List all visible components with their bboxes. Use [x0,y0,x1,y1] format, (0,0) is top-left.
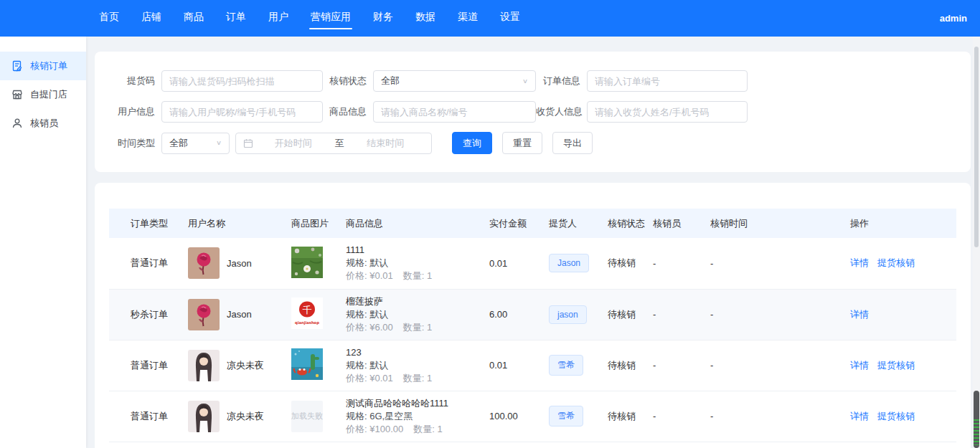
order-info-label: 订单信息 [536,70,587,92]
detail-link[interactable]: 详情 [850,257,869,268]
detail-link[interactable]: 详情 [850,411,869,421]
verify-orders-table-panel: 订单类型用户名称商品图片商品信息实付金额提货人核销状态核销员核销时间操作 普通订… [95,183,971,448]
product-spec: 规格: 默认 [346,359,489,372]
column-header: 商品信息 [346,209,489,238]
detail-link[interactable]: 详情 [850,360,869,371]
sidebar-item-verify-orders[interactable]: 核销订单 [0,52,86,80]
product-title: 榴莲披萨 [346,295,489,308]
nav-item-order[interactable]: 订单 [225,6,248,31]
nav-item-marketing[interactable]: 营销应用 [309,6,352,31]
picker-cell: 雪希 [549,391,608,442]
pickup-verify-link[interactable]: 提货核销 [877,257,915,268]
detail-link[interactable]: 详情 [850,309,869,320]
girl-avatar [188,350,220,381]
page-scrollbar[interactable] [973,37,980,448]
end-time-placeholder[interactable]: 结束时间 [347,137,425,150]
qianjiashop-logo: 千qianjiashop [291,320,323,331]
amount-cell: 0.01 [489,340,549,391]
order-type-cell: 普通订单 [109,238,188,289]
product-title: 测试商品哈哈哈哈哈1111 [346,397,489,410]
amount-cell: 6.00 [489,289,549,340]
amount-cell: 100.00 [489,391,549,442]
column-header: 核销员 [653,209,710,238]
column-header: 实付金额 [489,209,549,238]
picker-tag[interactable]: 雪希 [549,406,583,426]
order-type-cell: 普通订单 [109,340,188,391]
verify-status-select[interactable]: 全部 ∨ [373,70,536,92]
product-info-cell: 榴莲披萨规格: 默认价格: ¥6.00数量: 1 [346,289,489,340]
order-info-input[interactable] [587,70,748,92]
product-image-cell [291,340,346,391]
pickup-verify-link[interactable]: 提货核销 [877,411,915,421]
verifier-cell: - [653,391,710,442]
scrollbar-thumb-upper[interactable] [974,47,979,247]
verify-status-cell: 待核销 [608,238,653,289]
actions-cell: 详情提货核销 [850,238,956,289]
nav-item-data[interactable]: 数据 [414,6,437,31]
sidebar-item-verifiers[interactable]: 核销员 [0,109,86,138]
column-header: 核销时间 [710,209,850,238]
picker-tag[interactable]: jason [549,305,587,324]
product-title: 1111 [346,244,489,257]
product-title: 123 [346,346,489,359]
date-range-picker[interactable]: 开始时间 至 结束时间 [235,133,432,154]
nav-item-product[interactable]: 商品 [182,6,205,31]
picker-cell: Jason [549,238,608,289]
picker-cell: jason [549,289,608,340]
user-name: Jason [227,258,252,269]
nav-item-shop[interactable]: 店铺 [140,6,163,31]
picker-tag[interactable]: 雪希 [549,355,583,376]
export-button[interactable]: 导出 [552,132,593,154]
search-filter-panel: 提货码 核销状态 全部 ∨ 订单信息 用户信息 商品信息 收货人信息 时间类型 … [95,52,971,172]
search-button[interactable]: 查询 [452,132,492,154]
column-header: 提货人 [549,209,608,238]
verify-status-cell: 待核销 [608,289,653,340]
time-type-select[interactable]: 全部 ∨ [161,133,230,154]
product-price-qty: 价格: ¥0.01数量: 1 [346,372,489,385]
user-info-input[interactable] [161,101,323,123]
nav-item-finance[interactable]: 财务 [372,6,395,31]
time-type-label: 时间类型 [108,133,161,154]
product-image-cell: 加载失败 [291,391,346,442]
nav-item-home[interactable]: 首页 [98,6,121,31]
verifier-cell: - [653,289,710,340]
product-info-cell: 123规格: 默认价格: ¥0.01数量: 1 [346,340,489,391]
order-type-cell: 秒杀订单 [109,289,188,340]
receiver-info-input[interactable] [587,101,748,123]
pickup-code-input[interactable] [161,70,323,92]
nav-item-channel[interactable]: 渠道 [456,6,479,31]
nav-item-settings[interactable]: 设置 [499,6,522,31]
pickup-code-label: 提货码 [108,70,161,92]
user-name: Jason [227,309,252,320]
sidebar-item-label: 核销员 [30,117,58,130]
start-time-placeholder[interactable]: 开始时间 [255,137,332,150]
admin-user-menu[interactable]: admin [940,13,967,24]
sidebar-item-label: 核销订单 [30,59,67,72]
scrollbar-thumb-lower[interactable] [974,391,979,448]
verifier-cell: - [653,340,710,391]
column-header: 商品图片 [291,209,346,238]
column-header: 用户名称 [188,209,291,238]
sidebar-item-pickup-stores[interactable]: 自提门店 [0,80,86,109]
product-price-qty: 价格: ¥0.01数量: 1 [346,270,489,282]
reset-button[interactable]: 重置 [502,132,542,154]
sidebar-item-label: 自提门店 [30,88,67,101]
verify-status-cell: 待核销 [608,391,653,442]
product-info-input[interactable] [373,101,536,123]
person-icon [11,118,23,129]
sidebar: 核销订单自提门店核销员 [0,37,86,448]
user-cell: Jason [188,289,291,340]
grass-flowers-photo [291,270,323,280]
picker-tag[interactable]: Jason [549,254,589,272]
table-row: 普通订单Jason1111规格: 默认价格: ¥0.01数量: 10.01Jas… [109,238,956,289]
verify-time-cell: - [710,391,850,442]
picker-cell: 雪希 [549,340,608,391]
verify-time-cell: - [710,238,850,289]
product-image-cell [291,238,346,289]
amount-cell: 0.01 [489,238,549,289]
store-icon [11,89,23,100]
verify-orders-table: 订单类型用户名称商品图片商品信息实付金额提货人核销状态核销员核销时间操作 普通订… [109,209,956,442]
rose-avatar [188,299,220,330]
nav-item-user[interactable]: 用户 [267,6,290,31]
pickup-verify-link[interactable]: 提货核销 [877,360,915,371]
